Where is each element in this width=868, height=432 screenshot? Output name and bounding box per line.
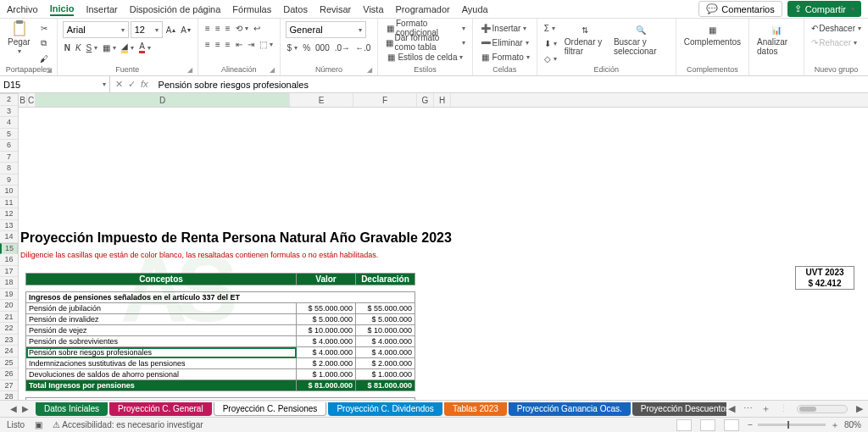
indent-dec-button[interactable]: ⇤: [234, 37, 244, 51]
format-table-button[interactable]: ▦Dar formato como tabla▾: [383, 36, 466, 49]
number-format-select[interactable]: General▾: [286, 21, 366, 38]
decrease-decimal-button[interactable]: ←.0: [353, 41, 372, 54]
delete-cells-button[interactable]: ➖Eliminar▾: [478, 36, 531, 49]
align-center-button[interactable]: ≡: [214, 37, 222, 51]
percent-button[interactable]: %: [301, 41, 312, 54]
increase-decimal-button[interactable]: .0→: [333, 41, 352, 54]
align-middle-button[interactable]: ≡: [214, 21, 222, 35]
dialog-launcher-icon[interactable]: ◢: [47, 66, 52, 74]
menu-insertar[interactable]: Insertar: [86, 4, 117, 14]
addins-button[interactable]: ▦Complementos: [682, 21, 743, 48]
fill-button[interactable]: ⬇▾: [542, 36, 559, 50]
row-header[interactable]: 2: [0, 94, 18, 106]
row-header[interactable]: 7: [0, 152, 18, 163]
row-header[interactable]: 25: [0, 357, 18, 369]
row-header[interactable]: 6: [0, 140, 18, 152]
zoom-slider[interactable]: [758, 424, 826, 426]
tab-next-icon[interactable]: ▶: [856, 403, 863, 414]
dialog-launcher-icon[interactable]: ◢: [187, 66, 192, 74]
tab-nav[interactable]: ◀▶: [5, 404, 34, 413]
col-header[interactable]: B: [19, 93, 27, 107]
worksheet[interactable]: AS Asesoría Contable, Financiera, Tribut…: [19, 108, 868, 400]
row-header[interactable]: 14: [0, 231, 18, 243]
fx-icon[interactable]: fx: [141, 79, 148, 90]
menu-programador[interactable]: Programador: [396, 4, 450, 14]
merge-button[interactable]: ⬚▾: [258, 37, 275, 51]
border-button[interactable]: ▦▾: [101, 41, 118, 54]
sheet-tab[interactable]: Proyección Ganancia Ocas.: [509, 402, 631, 416]
row-header[interactable]: 22: [0, 323, 18, 335]
format-painter-button[interactable]: 🖌: [36, 52, 52, 65]
row-header[interactable]: 10: [0, 186, 18, 197]
col-header[interactable]: D: [36, 93, 290, 107]
font-color-button[interactable]: A▾: [137, 41, 153, 54]
row-header[interactable]: 5: [0, 129, 18, 141]
row-header[interactable]: 9: [0, 174, 18, 186]
row-header[interactable]: 28: [0, 391, 18, 400]
menu-ayuda[interactable]: Ayuda: [462, 4, 488, 14]
cancel-icon[interactable]: ✕: [115, 79, 123, 90]
font-size-select[interactable]: 12▾: [131, 21, 163, 38]
clear-button[interactable]: ◇▾: [542, 52, 559, 65]
dialog-launcher-icon[interactable]: ◢: [270, 66, 275, 74]
font-name-select[interactable]: Arial▾: [63, 21, 129, 38]
row-header[interactable]: 26: [0, 368, 18, 380]
row-headers[interactable]: 2345678910111213141516171819202122232425…: [0, 94, 19, 400]
align-left-button[interactable]: ≡: [203, 37, 212, 51]
cut-button[interactable]: ✂: [36, 21, 52, 35]
menu-vista[interactable]: Vista: [363, 4, 383, 14]
align-bottom-button[interactable]: ≡: [224, 21, 232, 35]
row-header[interactable]: 21: [0, 312, 18, 324]
increase-font-button[interactable]: A▴: [164, 23, 178, 36]
row-header[interactable]: 13: [0, 220, 18, 232]
indent-inc-button[interactable]: ⇥: [246, 37, 256, 51]
view-break-button[interactable]: [724, 419, 739, 431]
accessibility-status[interactable]: ⚠ Accesibilidad: es necesario investigar: [53, 420, 203, 429]
sheet-tab[interactable]: Datos Iniciales: [36, 402, 108, 416]
row-header[interactable]: 12: [0, 208, 18, 220]
col-header[interactable]: E: [290, 93, 353, 107]
sheet-tab[interactable]: Proyección C. General: [109, 402, 212, 416]
row-header[interactable]: 16: [0, 254, 18, 266]
comments-button[interactable]: 💬Comentarios: [698, 1, 782, 17]
row-header[interactable]: 24: [0, 346, 18, 357]
menu-datos[interactable]: Datos: [283, 4, 308, 14]
wrap-text-button[interactable]: ↩: [252, 21, 262, 35]
menu-revisar[interactable]: Revisar: [320, 4, 351, 14]
chevron-right-icon[interactable]: ▶: [22, 404, 29, 413]
analyze-button[interactable]: 📊Analizar datos: [754, 21, 798, 58]
share-button[interactable]: ⇪Compartir▾: [787, 1, 861, 17]
comma-button[interactable]: 000: [314, 41, 331, 54]
row-header[interactable]: 8: [0, 163, 18, 174]
row-header[interactable]: 17: [0, 266, 18, 278]
row-header[interactable]: 4: [0, 117, 18, 129]
chevron-left-icon[interactable]: ◀: [10, 404, 17, 413]
format-cells-button[interactable]: ▦Formato▾: [478, 50, 531, 64]
fill-color-button[interactable]: ◢▾: [120, 41, 136, 54]
cell-styles-button[interactable]: ▦Estilos de celda▾: [383, 50, 465, 64]
row-header[interactable]: 23: [0, 335, 18, 346]
paste-button[interactable]: Pegar▾: [5, 21, 33, 57]
view-layout-button[interactable]: [700, 419, 715, 431]
zoom-level[interactable]: 80%: [844, 420, 861, 429]
menu-inicio[interactable]: Inicio: [50, 3, 75, 16]
view-normal-button[interactable]: [676, 419, 692, 431]
currency-button[interactable]: $▾: [286, 41, 300, 54]
align-top-button[interactable]: ≡: [203, 21, 212, 35]
col-headers[interactable]: B C D E F G H: [19, 93, 868, 108]
col-header[interactable]: H: [434, 93, 451, 107]
h-scrollbar[interactable]: [797, 405, 848, 413]
sheet-tab[interactable]: Proyección C. Dividendos: [328, 402, 442, 416]
insert-cells-button[interactable]: ➕Insertar▾: [478, 21, 529, 35]
underline-button[interactable]: S▾: [85, 41, 100, 54]
menu-disposicion[interactable]: Disposición de página: [130, 4, 221, 14]
col-header[interactable]: F: [353, 93, 417, 107]
row-header[interactable]: 11: [0, 197, 18, 209]
sheet-tab[interactable]: Tablas 2023: [444, 402, 507, 416]
row-header[interactable]: 19: [0, 289, 18, 301]
macro-icon[interactable]: ▣: [35, 420, 42, 429]
name-box[interactable]: D15▾: [0, 76, 110, 92]
decrease-font-button[interactable]: A▾: [179, 23, 192, 36]
dialog-launcher-icon[interactable]: ◢: [367, 66, 372, 74]
active-cell[interactable]: Pensión sobre riesgos profesionales: [26, 347, 297, 358]
